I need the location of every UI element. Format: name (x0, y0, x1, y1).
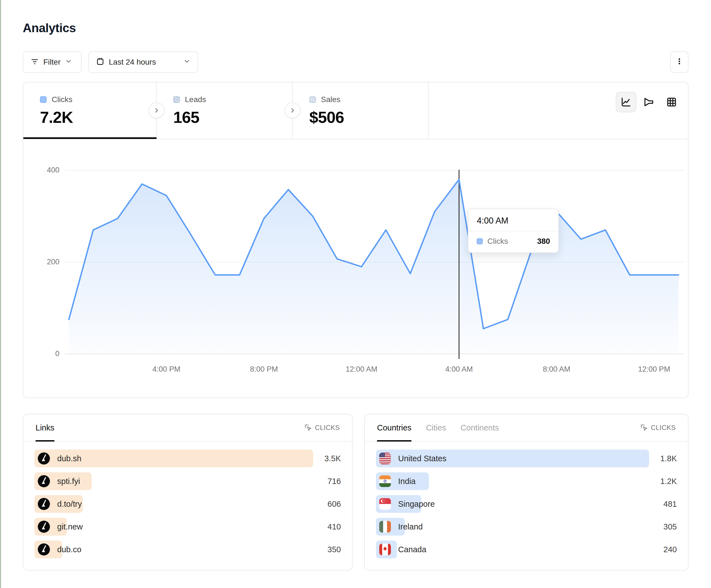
chart-canvas (23, 139, 688, 398)
funnel-view-button[interactable] (639, 92, 659, 112)
stat-value: 165 (173, 108, 292, 127)
calendar-icon (96, 57, 104, 67)
expand-leads-button[interactable] (284, 103, 301, 118)
clicks-count: 606 (328, 499, 341, 509)
table-row[interactable]: d.to/try606 (35, 495, 341, 513)
link-label: dub.co (57, 545, 81, 554)
stat-label: Sales (321, 95, 340, 104)
dub-logo-avatar (38, 498, 50, 510)
x-axis-tick-label: 8:00 AM (543, 365, 570, 374)
tooltip-time: 4:00 AM (468, 209, 558, 231)
tab-clicks[interactable]: Clicks 7.2K (23, 82, 156, 139)
dub-logo-avatar (38, 452, 50, 465)
geo-list: United States1.8KIndia1.2KSingapore481Ir… (365, 442, 688, 558)
stat-label: Clicks (52, 95, 72, 104)
dub-logo-avatar (38, 521, 50, 533)
kebab-menu-icon (675, 57, 684, 67)
left-edge-accent (0, 0, 1, 588)
us-flag-icon (379, 453, 391, 464)
line-chart-icon (620, 96, 632, 108)
table-row[interactable]: dub.co350 (35, 541, 341, 558)
analytics-card: Clicks 7.2K Leads 165 Sales $506 (23, 82, 689, 398)
dub-logo-avatar (38, 475, 50, 487)
tooltip-series-label: Clicks (487, 237, 508, 246)
geo-metric-label: CLICKS (651, 424, 676, 432)
date-range-label: Last 24 hours (109, 58, 156, 67)
table-row[interactable]: Singapore481 (376, 495, 677, 513)
links-panel: Links CLICKS dub.sh3.5Kspti.fyi716d.to/t… (23, 414, 352, 570)
link-label: d.to/try (57, 499, 82, 509)
in-flag-icon (379, 475, 391, 487)
clicks-count: 305 (664, 522, 677, 532)
clicks-count: 716 (328, 477, 341, 486)
chevron-down-icon (65, 58, 72, 67)
tab-cities[interactable]: Cities (426, 414, 446, 441)
page-title: Analytics (23, 21, 76, 35)
sales-legend-swatch (309, 96, 316, 103)
tab-countries[interactable]: Countries (377, 414, 411, 441)
links-metric: CLICKS (304, 424, 340, 432)
y-axis-tick-label: 200 (29, 258, 59, 266)
clicks-count: 410 (328, 522, 341, 532)
country-label: Singapore (398, 499, 435, 509)
table-row[interactable]: United States1.8K (376, 450, 677, 467)
link-label: dub.sh (57, 454, 81, 463)
y-axis-tick-label: 0 (29, 349, 59, 358)
filter-button-label: Filter (43, 58, 61, 67)
x-axis-tick-label: 4:00 PM (152, 365, 180, 374)
click-cursor-icon (304, 424, 312, 432)
clicks-count: 3.5K (324, 454, 341, 463)
table-row[interactable]: git.new410 (35, 518, 341, 536)
filter-icon (30, 57, 39, 67)
clicks-area-chart[interactable]: 4:00 AM Clicks 380 40020004:00 PM8:00 PM… (23, 139, 688, 398)
country-label: Canada (398, 545, 427, 554)
tab-links[interactable]: Links (36, 414, 55, 441)
links-list: dub.sh3.5Kspti.fyi716d.to/try606git.new4… (23, 442, 352, 558)
clicks-count: 481 (664, 499, 677, 509)
dub-logo-avatar (38, 543, 50, 556)
date-range-button[interactable]: Last 24 hours (88, 51, 198, 73)
clicks-count: 1.8K (660, 454, 677, 463)
tab-leads[interactable]: Leads 165 (156, 82, 293, 139)
table-row[interactable]: India1.2K (376, 472, 677, 490)
chevron-down-icon (183, 58, 191, 67)
chart-type-switcher (616, 92, 682, 112)
x-axis-tick-label: 12:00 AM (346, 365, 377, 374)
tooltip-value: 380 (537, 237, 550, 246)
ca-flag-icon (379, 544, 391, 555)
geo-panel-header: Countries Cities Continents CLICKS (365, 414, 688, 442)
funnel-icon (643, 96, 655, 108)
chevron-right-icon (289, 107, 296, 114)
table-row[interactable]: Canada240 (376, 541, 677, 558)
click-cursor-icon (640, 424, 648, 432)
geo-panel: Countries Cities Continents CLICKS Unite… (364, 414, 689, 570)
ie-flag-icon (379, 521, 391, 533)
expand-clicks-button[interactable] (149, 103, 165, 118)
table-row[interactable]: spti.fyi716 (35, 472, 341, 490)
x-axis-tick-label: 4:00 AM (445, 365, 473, 374)
table-row[interactable]: dub.sh3.5K (35, 450, 341, 467)
x-axis-tick-label: 8:00 PM (250, 365, 278, 374)
more-options-button[interactable] (670, 51, 689, 73)
country-label: United States (398, 454, 447, 463)
stat-tabs-row: Clicks 7.2K Leads 165 Sales $506 (23, 82, 688, 139)
link-label: git.new (57, 522, 83, 532)
link-label: spti.fyi (57, 477, 80, 486)
tab-sales[interactable]: Sales $506 (293, 82, 429, 139)
country-label: India (398, 477, 416, 486)
table-view-button[interactable] (661, 92, 682, 112)
line-chart-view-button[interactable] (616, 92, 636, 112)
table-row[interactable]: Ireland305 (376, 518, 677, 536)
clicks-count: 1.2K (660, 477, 677, 486)
x-axis-tick-label: 12:00 PM (638, 365, 670, 374)
active-tab-underline (23, 137, 156, 139)
tab-continents[interactable]: Continents (460, 414, 499, 441)
tooltip-legend-swatch (477, 238, 483, 244)
geo-metric: CLICKS (640, 424, 676, 432)
stat-value: $506 (309, 108, 428, 127)
clicks-count: 240 (664, 545, 677, 554)
links-metric-label: CLICKS (315, 424, 340, 432)
filter-button[interactable]: Filter (23, 51, 82, 73)
clicks-count: 350 (328, 545, 341, 554)
chevron-right-icon (153, 107, 160, 114)
